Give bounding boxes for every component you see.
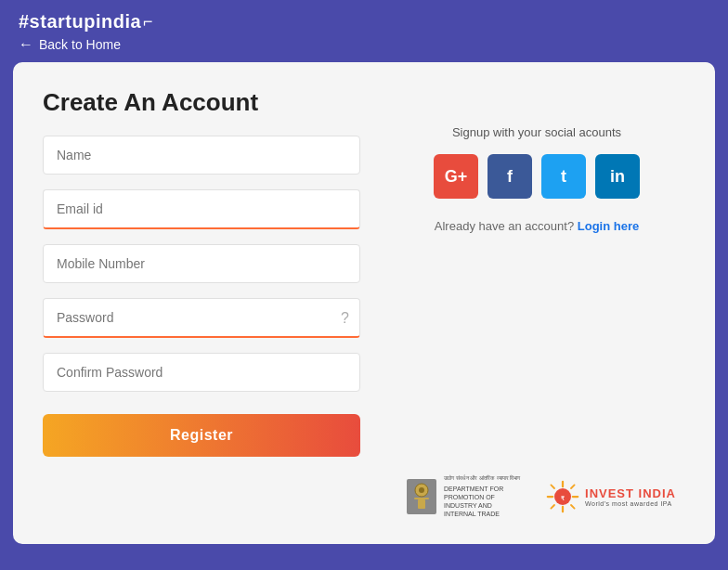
login-here-link[interactable]: Login here <box>578 219 639 233</box>
logo-bracket: ⌐ <box>143 12 153 32</box>
svg-line-10 <box>571 505 575 509</box>
dept-line1: उद्योग संवर्धन और आंतरिक व्यापार विभाग <box>444 475 527 483</box>
login-prompt: Already have an account? Login here <box>435 219 639 233</box>
mobile-field-group <box>43 244 360 283</box>
svg-line-9 <box>551 485 554 488</box>
name-input[interactable] <box>43 136 360 175</box>
login-prompt-text: Already have an account? <box>435 219 574 233</box>
svg-line-12 <box>551 505 554 509</box>
right-section: Signup with your social acounts G+ f t i… <box>388 88 685 457</box>
linkedin-signin-button[interactable]: in <box>595 154 640 199</box>
ashoka-emblem-icon <box>407 479 436 514</box>
email-field-group <box>43 189 360 229</box>
name-field-group <box>43 136 360 175</box>
email-input[interactable] <box>43 189 360 229</box>
govt-logo: उद्योग संवर्धन और आंतरिक व्यापार विभाग D… <box>407 475 527 518</box>
govt-dept-text: उद्योग संवर्धन और आंतरिक व्यापार विभाग D… <box>444 475 527 518</box>
back-arrow-icon: ← <box>19 36 33 53</box>
logo-text: #startupindia <box>19 11 141 32</box>
header: #startupindia ⌐ ← Back to Home <box>0 0 728 62</box>
social-heading-text: Signup with your social acounts <box>452 125 621 139</box>
svg-line-11 <box>571 485 575 488</box>
dept-line3: PROMOTION OF INDUSTRY AND <box>444 493 527 510</box>
register-button[interactable]: Register <box>43 414 360 457</box>
invest-india-subtitle: World's most awarded IPA <box>585 500 676 507</box>
dept-line2: DEPARTMENT FOR <box>444 485 527 493</box>
invest-india-sun-icon: ₹ <box>546 480 579 513</box>
invest-india-text: INVEST INDIA World's most awarded IPA <box>585 486 676 507</box>
invest-india-logo: ₹ INVEST INDIA World's most awarded IPA <box>546 480 676 513</box>
main-card: Create An Account ? Register Signup wit <box>13 62 715 544</box>
footer-logos: उद्योग संवर्धन और आंतरिक व्यापार विभाग D… <box>43 475 685 518</box>
mobile-input[interactable] <box>43 244 360 283</box>
password-help-icon[interactable]: ? <box>341 310 349 327</box>
left-section: Create An Account ? Register <box>43 88 388 457</box>
confirm-password-field-group <box>43 353 360 392</box>
social-heading: Signup with your social acounts <box>452 125 621 139</box>
password-field-group: ? <box>43 298 360 338</box>
svg-point-1 <box>419 487 424 493</box>
social-icons-row: G+ f t in <box>434 154 640 199</box>
invest-india-title: INVEST INDIA <box>585 486 676 500</box>
svg-rect-2 <box>414 498 429 499</box>
svg-rect-3 <box>418 499 425 509</box>
form-title: Create An Account <box>43 88 360 117</box>
back-label: Back to Home <box>39 37 121 52</box>
confirm-password-input[interactable] <box>43 353 360 392</box>
logo: #startupindia ⌐ <box>19 11 709 32</box>
twitter-signin-button[interactable]: t <box>541 154 586 199</box>
card-content: Create An Account ? Register Signup wit <box>43 88 685 457</box>
dept-line4: INTERNAL TRADE <box>444 510 527 518</box>
back-to-home-link[interactable]: ← Back to Home <box>19 36 709 53</box>
svg-text:₹: ₹ <box>561 495 565 501</box>
password-input[interactable] <box>43 298 360 338</box>
google-signin-button[interactable]: G+ <box>434 154 478 199</box>
facebook-signin-button[interactable]: f <box>488 154 532 199</box>
